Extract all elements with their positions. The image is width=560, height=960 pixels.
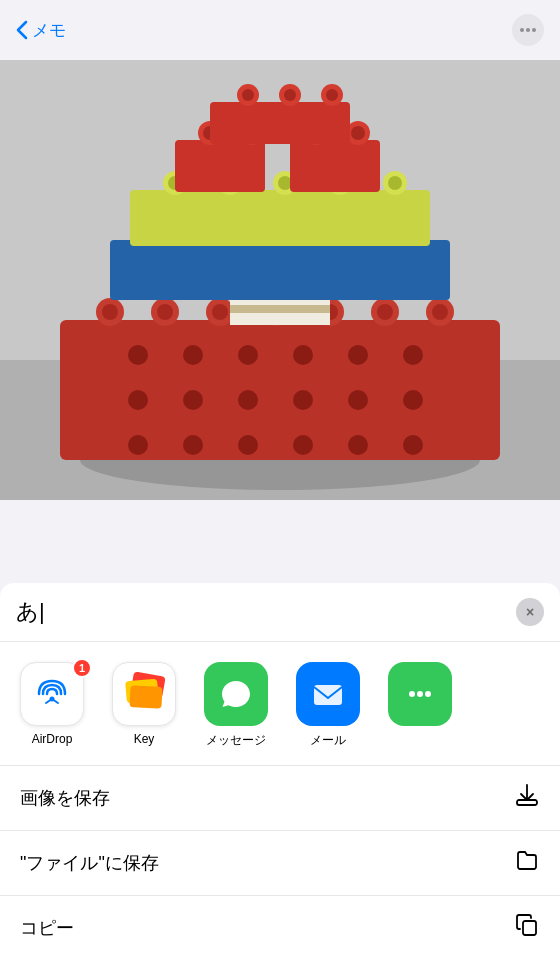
photo-container [0, 60, 560, 500]
more-button[interactable] [512, 14, 544, 46]
more-icon [520, 28, 536, 32]
key-icon-container [112, 662, 176, 726]
svg-point-12 [212, 304, 228, 320]
app-item-more[interactable] [384, 662, 456, 749]
messages-icon [204, 662, 268, 726]
nav-bar: メモ [0, 0, 560, 60]
save-image-label: 画像を保存 [20, 786, 110, 810]
card-orange [129, 685, 162, 709]
app-item-mail[interactable]: メール [292, 662, 364, 749]
mail-label: メール [310, 732, 346, 749]
svg-point-20 [432, 304, 448, 320]
close-button[interactable]: × [516, 598, 544, 626]
svg-point-1 [526, 28, 530, 32]
close-icon: × [526, 604, 534, 620]
svg-point-34 [183, 435, 203, 455]
svg-point-8 [102, 304, 118, 320]
svg-rect-75 [210, 102, 350, 144]
svg-point-23 [238, 345, 258, 365]
key-cards [124, 674, 164, 714]
svg-point-22 [183, 345, 203, 365]
svg-rect-43 [110, 240, 450, 300]
svg-rect-91 [523, 921, 536, 935]
svg-rect-54 [130, 190, 430, 246]
svg-point-77 [242, 89, 254, 101]
svg-point-31 [348, 390, 368, 410]
messages-label: メッセージ [206, 732, 266, 749]
bottom-sheet: あ| × [0, 583, 560, 960]
back-button[interactable]: メモ [16, 19, 66, 42]
svg-rect-70 [290, 140, 380, 192]
svg-point-26 [403, 345, 423, 365]
svg-point-30 [293, 390, 313, 410]
svg-point-87 [417, 691, 423, 697]
svg-point-36 [293, 435, 313, 455]
app-item-airdrop[interactable]: 1 AirDrop [16, 662, 88, 749]
svg-point-28 [183, 390, 203, 410]
app-icons-row: 1 AirDrop Key メッセージ [0, 642, 560, 766]
app-item-key[interactable]: Key [108, 662, 180, 749]
svg-point-32 [403, 390, 423, 410]
svg-point-88 [425, 691, 431, 697]
copy-icon [514, 912, 540, 944]
key-label: Key [134, 732, 155, 746]
input-row: あ| × [0, 583, 560, 642]
action-copy[interactable]: コピー [0, 896, 560, 960]
save-image-icon [514, 782, 540, 814]
svg-point-86 [409, 691, 415, 697]
svg-point-81 [326, 89, 338, 101]
input-hint[interactable]: あ| [16, 597, 45, 627]
action-list: 画像を保存 "ファイル"に保存 コピー [0, 766, 560, 960]
back-icon [16, 20, 28, 40]
svg-point-33 [128, 435, 148, 455]
svg-point-10 [157, 304, 173, 320]
action-save-image[interactable]: 画像を保存 [0, 766, 560, 831]
svg-rect-42 [230, 305, 330, 313]
svg-point-38 [403, 435, 423, 455]
svg-point-37 [348, 435, 368, 455]
svg-point-2 [532, 28, 536, 32]
back-label: メモ [32, 19, 66, 42]
svg-point-64 [388, 176, 402, 190]
svg-rect-6 [60, 320, 500, 460]
save-files-label: "ファイル"に保存 [20, 851, 159, 875]
svg-point-24 [293, 345, 313, 365]
svg-point-29 [238, 390, 258, 410]
airdrop-badge: 1 [72, 658, 92, 678]
svg-point-27 [128, 390, 148, 410]
svg-rect-65 [175, 140, 265, 192]
svg-point-79 [284, 89, 296, 101]
svg-point-35 [238, 435, 258, 455]
app-item-messages[interactable]: メッセージ [200, 662, 272, 749]
svg-point-21 [128, 345, 148, 365]
svg-point-60 [278, 176, 292, 190]
more-icon [388, 662, 452, 726]
svg-point-18 [377, 304, 393, 320]
action-save-files[interactable]: "ファイル"に保存 [0, 831, 560, 896]
lego-photo [0, 60, 560, 500]
save-files-icon [514, 847, 540, 879]
airdrop-label: AirDrop [32, 732, 73, 746]
svg-point-0 [520, 28, 524, 32]
svg-point-74 [351, 126, 365, 140]
mail-icon [296, 662, 360, 726]
copy-label: コピー [20, 916, 74, 940]
svg-point-25 [348, 345, 368, 365]
svg-rect-85 [314, 685, 342, 705]
